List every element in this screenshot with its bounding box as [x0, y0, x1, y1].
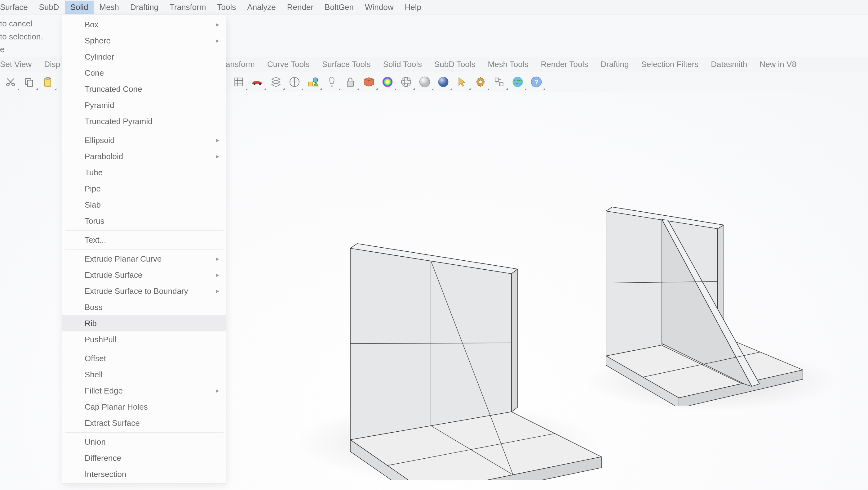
menuitem-slab[interactable]: Slab [62, 197, 226, 213]
menuitem-tube[interactable]: Tube [62, 165, 226, 181]
menuitem-boss[interactable]: Boss [62, 299, 226, 315]
tab-curvetools[interactable]: Curve Tools [261, 58, 316, 71]
menuitem-label: Shell [85, 370, 103, 379]
car-icon[interactable] [250, 75, 265, 89]
menu-mesh[interactable]: Mesh [94, 1, 125, 14]
submenu-arrow-icon: ▸ [216, 21, 219, 29]
gear-icon[interactable] [473, 75, 488, 89]
menuitem-cap-planar-holes[interactable]: Cap Planar Holes [62, 399, 226, 415]
menuitem-pyramid[interactable]: Pyramid [62, 97, 226, 113]
svg-rect-5 [46, 77, 49, 79]
svg-point-18 [438, 77, 448, 87]
menu-transform[interactable]: Transform [164, 1, 212, 14]
menuitem-ellipsoid[interactable]: Ellipsoid▸ [62, 132, 226, 148]
menu-boltgen[interactable]: BoltGen [319, 1, 359, 14]
rainbow-icon[interactable] [380, 75, 395, 89]
menuitem-truncated-cone[interactable]: Truncated Cone [62, 81, 226, 97]
menuitem-label: Cone [85, 68, 104, 78]
menu-solid[interactable]: Solid [65, 1, 94, 14]
planes-icon[interactable] [269, 75, 283, 89]
menu-help[interactable]: Help [399, 1, 427, 14]
menuitem-extrude-surface-boundary[interactable]: Extrude Surface to Boundary▸ [62, 283, 226, 299]
menuitem-truncated-pyramid[interactable]: Truncated Pyramid [62, 113, 226, 129]
submenu-arrow-icon: ▸ [216, 287, 219, 295]
menuitem-offset[interactable]: Offset [62, 350, 226, 367]
menuitem-torus[interactable]: Torus [62, 213, 226, 229]
svg-rect-21 [499, 82, 503, 86]
grid-icon[interactable] [231, 75, 246, 89]
menuitem-extrude-surface[interactable]: Extrude Surface▸ [62, 267, 226, 283]
material-icon[interactable] [362, 75, 376, 89]
cut-icon[interactable] [3, 75, 18, 89]
menuitem-text[interactable]: Text... [62, 232, 226, 248]
cursor-icon[interactable] [455, 75, 469, 89]
tab-datasmith[interactable]: Datasmith [705, 58, 753, 71]
menuitem-label: Paraboloid [85, 152, 123, 162]
menuitem-cylinder[interactable]: Cylinder [62, 49, 226, 65]
submenu-arrow-icon: ▸ [216, 271, 219, 279]
tab-surfacetools[interactable]: Surface Tools [316, 58, 377, 71]
svg-point-13 [382, 77, 393, 87]
menuitem-fillet-edge[interactable]: Fillet Edge▸ [62, 383, 226, 399]
menuitem-extract-surface[interactable]: Extract Surface [62, 415, 226, 431]
tab-selectionfilters[interactable]: Selection Filters [635, 58, 705, 71]
menuitem-cone[interactable]: Cone [62, 65, 226, 81]
submenu-arrow-icon: ▸ [216, 255, 219, 263]
menuitem-label: PushPull [85, 335, 117, 344]
menu-analyze[interactable]: Analyze [242, 1, 281, 14]
wire-sphere-icon[interactable] [399, 75, 413, 89]
align-icon[interactable] [492, 75, 506, 89]
menu-surface[interactable]: Surface [0, 1, 33, 14]
lock-icon[interactable] [343, 75, 358, 89]
copy-icon[interactable] [22, 75, 37, 89]
primitives-icon[interactable] [306, 75, 320, 89]
menuitem-union[interactable]: Union [62, 434, 226, 450]
menu-drafting[interactable]: Drafting [125, 1, 164, 14]
paste-icon[interactable] [40, 75, 55, 89]
menu-render[interactable]: Render [281, 1, 319, 14]
tab-meshtools[interactable]: Mesh Tools [482, 58, 535, 71]
sphere-icon[interactable] [417, 75, 432, 89]
tab-subdtools[interactable]: SubD Tools [428, 58, 482, 71]
menuitem-difference[interactable]: Difference [62, 450, 226, 466]
svg-rect-6 [235, 78, 243, 86]
info-line-1: to cancel [0, 18, 43, 30]
svg-point-8 [259, 83, 261, 85]
menuitem-sphere[interactable]: Sphere▸ [62, 33, 226, 49]
command-line-area: to cancel to selection. e [0, 18, 43, 56]
svg-point-1 [12, 83, 14, 86]
svg-point-0 [6, 83, 9, 86]
svg-marker-27 [512, 269, 518, 412]
menuitem-pushpull[interactable]: PushPull [62, 332, 226, 348]
menu-separator [65, 131, 223, 131]
tab-drafting[interactable]: Drafting [594, 58, 635, 71]
tab-rendertools[interactable]: Render Tools [535, 58, 595, 71]
menu-subd[interactable]: SubD [33, 1, 65, 14]
svg-rect-4 [44, 78, 51, 86]
menu-window[interactable]: Window [359, 1, 399, 14]
menuitem-pipe[interactable]: Pipe [62, 181, 226, 197]
submenu-arrow-icon: ▸ [216, 387, 219, 395]
svg-point-14 [401, 77, 411, 87]
menuitem-label: Boss [85, 302, 103, 312]
menuitem-box[interactable]: Box▸ [62, 17, 226, 33]
menu-separator [65, 349, 223, 349]
menuitem-paraboloid[interactable]: Paraboloid▸ [62, 148, 226, 165]
menuitem-extrude-planar-curve[interactable]: Extrude Planar Curve▸ [62, 251, 226, 267]
help-icon[interactable]: ? [529, 75, 544, 89]
info-line-2: to selection. [0, 30, 43, 44]
tab-newinv8[interactable]: New in V8 [753, 58, 803, 71]
tab-setview[interactable]: Set View [0, 58, 38, 71]
menuitem-intersection[interactable]: Intersection [62, 466, 226, 482]
shaded-sphere-icon[interactable] [436, 75, 451, 89]
globe-icon[interactable] [510, 75, 525, 89]
menuitem-shell[interactable]: Shell [62, 367, 226, 383]
light-icon[interactable] [324, 75, 339, 89]
solid-menu-dropdown: Box▸ Sphere▸ Cylinder Cone Truncated Con… [62, 15, 226, 484]
tab-solidtools[interactable]: Solid Tools [377, 58, 428, 71]
menuitem-rib[interactable]: Rib [62, 315, 226, 332]
menuitem-label: Extrude Surface [85, 270, 142, 280]
iso-icon[interactable] [287, 75, 302, 89]
menuitem-label: Offset [85, 354, 106, 364]
menu-tools[interactable]: Tools [212, 1, 242, 14]
